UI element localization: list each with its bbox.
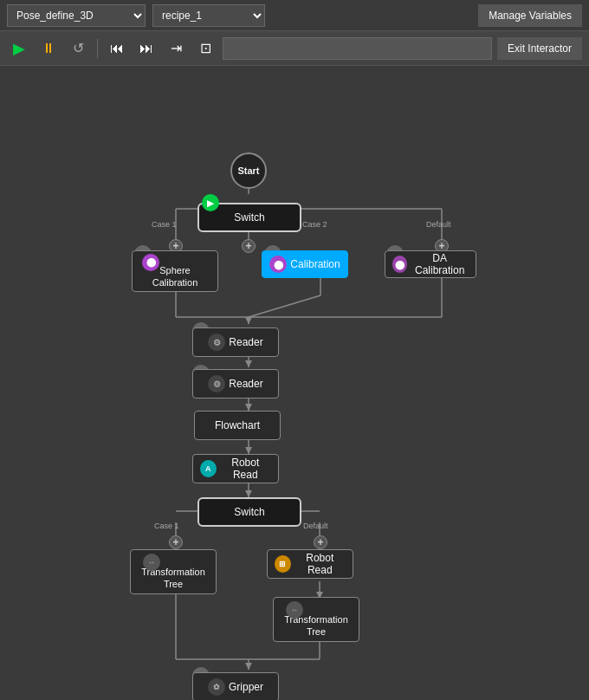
calibration-node[interactable]: ⬤ Calibration: [262, 250, 348, 278]
robot-read2-label: Robot Read: [294, 552, 346, 576]
sphere-calib-icon: ⬤: [142, 254, 159, 271]
robot-read2-node[interactable]: ⊞ Robot Read: [267, 549, 353, 579]
reload-button[interactable]: ↺: [66, 36, 90, 61]
step-back-button[interactable]: ⏮: [105, 36, 129, 61]
plus-case2[interactable]: +: [242, 239, 256, 253]
svg-marker-36: [245, 663, 252, 670]
da-calib-icon: ⬤: [392, 256, 407, 273]
capture-button[interactable]: ⊡: [193, 36, 217, 61]
plus-defaultb[interactable]: +: [314, 535, 327, 549]
case1b-label: Case 1: [154, 522, 179, 530]
case2-label: Case 2: [302, 220, 327, 229]
robot-read1-node[interactable]: A Robot Read: [192, 454, 279, 483]
skip-button[interactable]: ⇥: [164, 36, 188, 61]
search-input[interactable]: [223, 37, 492, 60]
da-calib-label: DA Calibration: [411, 252, 469, 276]
fast-forward-button[interactable]: ⏭: [134, 36, 159, 61]
da-calib-node[interactable]: ⬤ DA Calibration: [385, 250, 476, 278]
switch1-label: Switch: [234, 211, 264, 224]
start-label: Start: [237, 165, 259, 176]
reader1-node[interactable]: ⚙ Reader: [192, 327, 279, 357]
start-node[interactable]: Start: [230, 152, 267, 189]
reader2-icon: ⚙: [208, 375, 225, 392]
svg-marker-28: [245, 317, 252, 324]
sphere-calib-node[interactable]: ⬤ Sphere Calibration: [132, 250, 218, 292]
flowchart-node[interactable]: Flowchart: [194, 411, 281, 440]
transform-tree2-icon: ↔: [286, 601, 303, 619]
reader2-node[interactable]: ⚙ Reader: [192, 369, 279, 399]
exit-interactor-button[interactable]: Exit Interactor: [497, 37, 582, 60]
canvas: Start ▶ Switch Case 1 Case 2 Default + +…: [0, 66, 589, 700]
reader1-icon: ⚙: [208, 334, 225, 351]
svg-marker-30: [245, 404, 252, 411]
pause-button[interactable]: ⏸: [36, 36, 61, 61]
recipe-select[interactable]: recipe_1: [152, 4, 265, 27]
plus-case1b[interactable]: +: [169, 535, 183, 549]
svg-marker-29: [245, 360, 252, 367]
robot-read1-icon: A: [200, 460, 217, 477]
gripper-node[interactable]: ✿ Gripper: [192, 672, 279, 700]
flowchart-label: Flowchart: [215, 419, 260, 431]
toolbar: ▶ ⏸ ↺ ⏮ ⏭ ⇥ ⊡ Exit Interactor: [0, 31, 589, 66]
reader1-label: Reader: [229, 336, 262, 348]
switch2-node[interactable]: Switch: [197, 497, 301, 527]
calibration-label: Calibration: [290, 258, 340, 270]
svg-marker-32: [245, 490, 252, 497]
gripper-label: Gripper: [229, 681, 263, 693]
manage-variables-button[interactable]: Manage Variables: [478, 4, 582, 27]
switch1-play-icon: ▶: [202, 194, 219, 211]
defaultb-label: Default: [303, 522, 328, 530]
transform-tree2-node[interactable]: ↔ Transformation Tree: [273, 597, 359, 642]
transform-tree1-node[interactable]: ↔ Transformation Tree: [130, 549, 217, 594]
project-select[interactable]: Pose_define_3D: [7, 4, 146, 27]
reader2-label: Reader: [229, 378, 262, 390]
robot-read2-icon: ⊞: [275, 555, 291, 573]
switch2-label: Switch: [234, 506, 264, 518]
default-label: Default: [426, 220, 451, 229]
transform-tree1-icon: ↔: [143, 554, 160, 571]
robot-read1-label: Robot Read: [220, 457, 271, 481]
header: Pose_define_3D recipe_1 Manage Variables: [0, 0, 589, 31]
toolbar-separator-1: [97, 39, 98, 58]
play-button[interactable]: ▶: [7, 36, 31, 61]
case1-label: Case 1: [152, 220, 177, 229]
svg-line-9: [249, 295, 320, 317]
calibration-icon: ⬤: [269, 256, 287, 273]
gripper-icon: ✿: [208, 678, 225, 696]
svg-marker-31: [245, 447, 252, 454]
